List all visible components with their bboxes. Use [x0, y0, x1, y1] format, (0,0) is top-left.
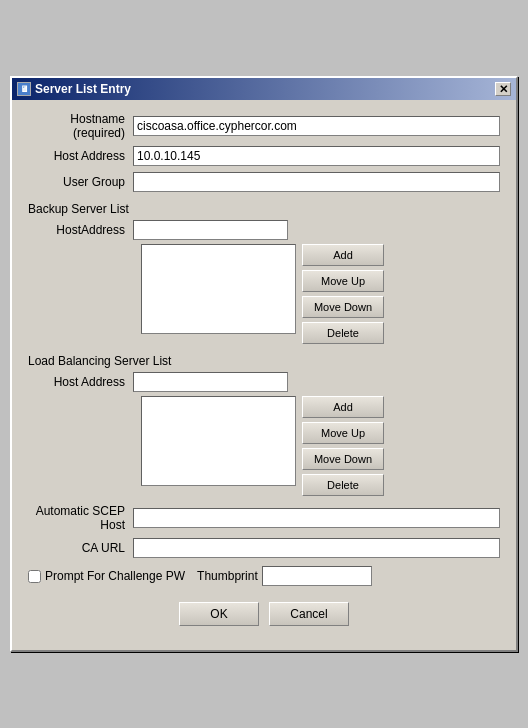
backup-server-section: Backup Server List HostAddress Add Move … — [28, 202, 500, 344]
lb-add-button[interactable]: Add — [302, 396, 384, 418]
hostname-label: Hostname (required) — [28, 112, 133, 140]
cancel-button[interactable]: Cancel — [269, 602, 349, 626]
host-address-row: Host Address — [28, 146, 500, 166]
hostname-input[interactable] — [133, 116, 500, 136]
window-icon: 🖥 — [17, 82, 31, 96]
backup-list-area: Add Move Up Move Down Delete — [28, 244, 500, 344]
window-title: Server List Entry — [35, 82, 131, 96]
title-bar: 🖥 Server List Entry ✕ — [12, 78, 516, 100]
host-address-label: Host Address — [28, 149, 133, 163]
title-bar-left: 🖥 Server List Entry — [17, 82, 131, 96]
ca-url-input[interactable] — [133, 538, 500, 558]
lb-host-address-input[interactable] — [133, 372, 288, 392]
ca-url-row: CA URL — [28, 538, 500, 558]
backup-btn-group: Add Move Up Move Down Delete — [302, 244, 384, 344]
scep-input[interactable] — [133, 508, 500, 528]
user-group-input[interactable] — [133, 172, 500, 192]
backup-server-title: Backup Server List — [28, 202, 500, 216]
scep-row: Automatic SCEP Host — [28, 504, 500, 532]
host-address-input[interactable] — [133, 146, 500, 166]
backup-host-address-row: HostAddress — [28, 220, 500, 240]
scep-label: Automatic SCEP Host — [28, 504, 133, 532]
thumbprint-input[interactable] — [262, 566, 372, 586]
backup-list-box[interactable] — [141, 244, 296, 334]
backup-add-button[interactable]: Add — [302, 244, 384, 266]
user-group-row: User Group — [28, 172, 500, 192]
backup-move-down-button[interactable]: Move Down — [302, 296, 384, 318]
lb-list-area: Add Move Up Move Down Delete — [28, 396, 500, 496]
backup-move-up-button[interactable]: Move Up — [302, 270, 384, 292]
ca-url-label: CA URL — [28, 541, 133, 555]
lb-btn-group: Add Move Up Move Down Delete — [302, 396, 384, 496]
thumbprint-label: Thumbprint — [197, 569, 258, 583]
lb-move-down-button[interactable]: Move Down — [302, 448, 384, 470]
dialog-content: Hostname (required) Host Address User Gr… — [12, 100, 516, 650]
hostname-row: Hostname (required) — [28, 112, 500, 140]
challenge-checkbox[interactable] — [28, 570, 41, 583]
ok-button[interactable]: OK — [179, 602, 259, 626]
backup-delete-button[interactable]: Delete — [302, 322, 384, 344]
load-balancing-section: Load Balancing Server List Host Address … — [28, 354, 500, 496]
lb-delete-button[interactable]: Delete — [302, 474, 384, 496]
lb-move-up-button[interactable]: Move Up — [302, 422, 384, 444]
load-balancing-title: Load Balancing Server List — [28, 354, 500, 368]
dialog-window: 🖥 Server List Entry ✕ Hostname (required… — [10, 76, 518, 652]
lb-list-box[interactable] — [141, 396, 296, 486]
lb-host-address-label: Host Address — [28, 375, 133, 389]
backup-host-address-label: HostAddress — [28, 223, 133, 237]
close-button[interactable]: ✕ — [495, 82, 511, 96]
backup-host-address-input[interactable] — [133, 220, 288, 240]
challenge-row: Prompt For Challenge PW Thumbprint — [28, 566, 500, 586]
user-group-label: User Group — [28, 175, 133, 189]
challenge-label: Prompt For Challenge PW — [45, 569, 185, 583]
lb-host-address-row: Host Address — [28, 372, 500, 392]
footer: OK Cancel — [28, 594, 500, 638]
